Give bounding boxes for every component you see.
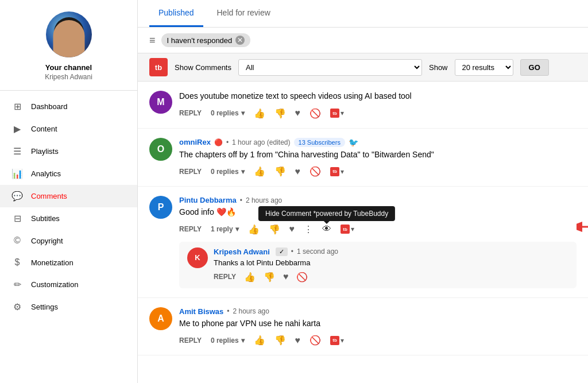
author-row: Pintu Debbarma • 2 hours ago	[179, 196, 577, 204]
tubebuddy-action-icon[interactable]: tb ▾	[330, 167, 344, 176]
sidebar-item-subtitles[interactable]: ⊟ Subtitles	[0, 207, 137, 230]
replies-toggle[interactable]: 0 replies ▾	[211, 336, 245, 345]
heart-icon[interactable]: ♥	[283, 272, 289, 282]
tabs-bar: Published Held for review	[138, 0, 588, 28]
author-row: omniRex 🔴 • 1 hour ago (edited) 13 Subsc…	[179, 138, 577, 147]
customization-icon: ✏	[11, 279, 23, 290]
reply-text: Thanks a lot Pintu Debbarma	[214, 258, 568, 267]
comment-text: Does youtube monetize text to speech vid…	[179, 91, 577, 102]
sidebar-item-monetization[interactable]: $ Monetization	[0, 252, 137, 273]
hide-icon[interactable]: 🚫	[310, 108, 321, 119]
thumbs-up-icon[interactable]: 👍	[254, 108, 265, 119]
filter-bar: ≡ I haven't responded ✕	[138, 28, 588, 53]
sidebar-item-label: Analytics	[31, 169, 61, 178]
show-label: Show	[429, 63, 448, 72]
tab-held-for-review[interactable]: Held for review	[208, 0, 280, 27]
sidebar: Your channel Kripesh Adwani ⊞ Dashboard …	[0, 0, 138, 383]
chevron-down-icon: ▾	[241, 168, 245, 176]
thumbs-down-icon[interactable]: 👎	[264, 272, 275, 283]
filter-icon[interactable]: ≡	[149, 34, 156, 47]
three-dots-icon[interactable]: ⋮	[304, 224, 313, 235]
tubebuddy-action-icon[interactable]: tb ▾	[330, 109, 344, 118]
reply-button[interactable]: REPLY	[179, 225, 202, 233]
sidebar-item-content[interactable]: ▶ Content	[0, 118, 137, 140]
show-comments-label: Show Comments	[175, 63, 231, 72]
go-button[interactable]: GO	[520, 59, 549, 76]
channel-link-icon[interactable]: 🐦	[349, 138, 358, 147]
reply-button[interactable]: REPLY	[179, 336, 202, 345]
heart-icon[interactable]: ♥	[289, 224, 295, 234]
comment-time: 2 hours ago	[233, 307, 269, 315]
tubebuddy-action-icon[interactable]: tb ▾	[341, 225, 354, 234]
sidebar-item-comments[interactable]: 💬 Comments	[0, 185, 137, 207]
sidebar-item-label: Subtitles	[31, 214, 60, 223]
replies-toggle[interactable]: 0 replies ▾	[211, 109, 245, 117]
sidebar-item-playlists[interactable]: ☰ Playlists	[0, 140, 137, 163]
sidebar-item-copyright[interactable]: © Copyright	[0, 230, 137, 252]
sidebar-item-label: Customization	[31, 280, 78, 289]
thumbs-down-icon[interactable]: 👎	[274, 166, 286, 177]
comment-body: Amit Biswas • 2 hours ago Me to phone pa…	[179, 307, 577, 346]
sidebar-item-label: Settings	[31, 303, 58, 311]
replies-toggle[interactable]: 0 replies ▾	[211, 168, 245, 176]
thumbs-up-icon[interactable]: 👍	[254, 335, 265, 346]
author-row: Amit Biswas • 2 hours ago	[179, 307, 577, 316]
reply-button[interactable]: REPLY	[214, 273, 236, 281]
results-select[interactable]: 20 results 50 results 100 results	[455, 59, 513, 76]
comment-author[interactable]: Pintu Debbarma	[179, 196, 237, 204]
tab-published[interactable]: Published	[149, 0, 203, 27]
heart-icon[interactable]: ♥	[295, 108, 301, 118]
heart-icon[interactable]: ♥	[295, 335, 301, 346]
avatar	[46, 11, 92, 57]
owner-badge: ✓	[276, 247, 288, 256]
sidebar-divider	[0, 90, 137, 91]
show-comments-select[interactable]: All Questions Unread	[238, 59, 422, 76]
reply-author[interactable]: Kripesh Adwani	[214, 247, 270, 256]
reply-actions: REPLY 👍 👎 ♥ 🚫	[214, 272, 568, 283]
reply-button[interactable]: REPLY	[179, 168, 202, 176]
reply-button[interactable]: REPLY	[179, 109, 202, 117]
comment-actions: REPLY 0 replies ▾ 👍 👎 ♥ 🚫 tb ▾	[179, 166, 577, 177]
thumbs-up-icon[interactable]: 👍	[254, 166, 265, 177]
replies-toggle[interactable]: 1 reply ▾	[211, 225, 239, 233]
comment-text: The chapters off by 1 from "China harves…	[179, 149, 577, 161]
thumbs-down-icon[interactable]: 👎	[269, 224, 280, 235]
heart-icon[interactable]: ♥	[295, 167, 301, 177]
comment-row: P Pintu Debbarma • 2 hours ago Good info…	[149, 196, 577, 235]
filter-chip: I haven't responded ✕	[161, 33, 251, 47]
thumbs-down-icon[interactable]: 👎	[274, 335, 286, 346]
tubebuddy-bar: tb Show Comments All Questions Unread Sh…	[138, 53, 588, 82]
sidebar-item-dashboard[interactable]: ⊞ Dashboard	[0, 95, 137, 118]
sidebar-item-label: Dashboard	[31, 102, 68, 111]
reply-row: K Kripesh Adwani ✓ • 1 second ago Thanks…	[179, 242, 577, 288]
sidebar-item-customization[interactable]: ✏ Customization	[0, 273, 137, 296]
sidebar-item-settings[interactable]: ⚙ Settings	[0, 296, 137, 318]
thumbs-down-icon[interactable]: 👎	[274, 108, 286, 119]
content-icon: ▶	[11, 123, 23, 134]
comment-actions: REPLY 0 replies ▾ 👍 👎 ♥ 🚫 tb ▾	[179, 335, 577, 346]
sidebar-item-analytics[interactable]: 📊 Analytics	[0, 163, 137, 185]
comment-author[interactable]: omniRex	[179, 138, 211, 146]
replies-count: 0 replies	[211, 109, 239, 117]
hide-comment-icon[interactable]: 👁	[322, 224, 331, 234]
reply-block: K Kripesh Adwani ✓ • 1 second ago Thanks…	[179, 242, 577, 288]
comment-body: Does youtube monetize text to speech vid…	[179, 91, 577, 119]
hide-icon[interactable]: 🚫	[310, 335, 321, 346]
thumbs-up-icon[interactable]: 👍	[244, 272, 256, 283]
filter-chip-close-button[interactable]: ✕	[235, 36, 245, 45]
comment-block-2: O omniRex 🔴 • 1 hour ago (edited) 13 Sub…	[138, 129, 588, 187]
comment-author[interactable]: Amit Biswas	[179, 307, 223, 316]
comment-row: O omniRex 🔴 • 1 hour ago (edited) 13 Sub…	[149, 138, 577, 177]
thumbs-up-icon[interactable]: 👍	[248, 224, 260, 235]
channel-handle: Kripesh Adwani	[45, 73, 92, 81]
replies-count: 0 replies	[211, 336, 239, 345]
hide-icon[interactable]: 🚫	[310, 166, 321, 177]
tubebuddy-logo: tb	[149, 58, 168, 76]
hide-icon[interactable]: 🚫	[296, 272, 308, 283]
tubebuddy-action-icon[interactable]: tb ▾	[330, 336, 344, 345]
copyright-icon: ©	[11, 235, 23, 246]
comments-icon: 💬	[11, 191, 23, 202]
main-content: Published Held for review ≡ I haven't re…	[138, 0, 588, 383]
monetization-icon: $	[11, 257, 23, 268]
avatar: M	[149, 91, 172, 114]
